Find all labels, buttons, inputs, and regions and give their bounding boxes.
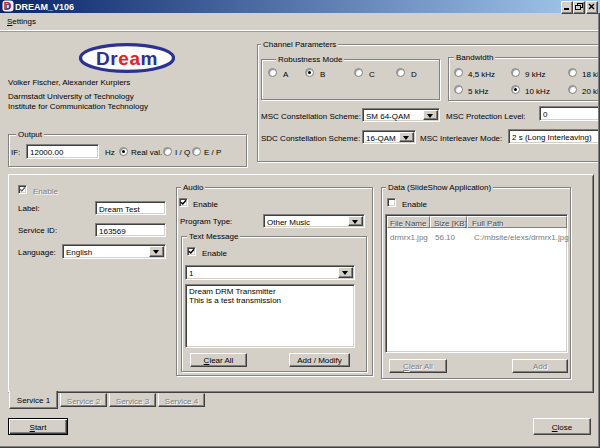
svg-text:D: D [5, 3, 10, 10]
svg-text:Dream: Dream [96, 48, 158, 69]
